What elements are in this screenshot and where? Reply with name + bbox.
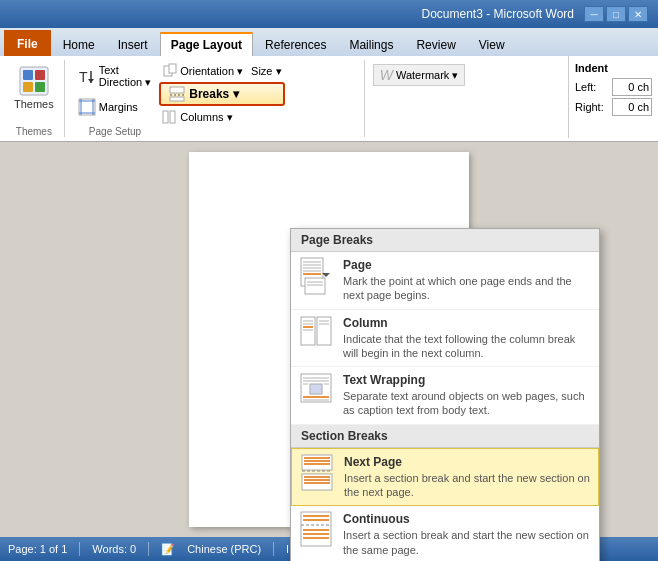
themes-label: Themes <box>14 98 54 110</box>
text-direction-icon: T <box>75 65 99 89</box>
orientation-icon <box>162 63 178 79</box>
indent-label: Indent <box>575 62 652 74</box>
indent-right-row: Right: <box>575 98 652 116</box>
document-area: Page Breaks Page Mark th <box>0 142 658 537</box>
svg-marker-7 <box>88 79 94 83</box>
indent-left-input[interactable] <box>612 78 652 96</box>
break-continuous-icon <box>299 512 335 548</box>
margins-label: Margins <box>99 101 138 113</box>
break-page-item[interactable]: Page Mark the point at which one page en… <box>291 252 599 310</box>
svg-rect-55 <box>301 512 331 546</box>
orientation-size-row: Orientation ▾ Size ▾ <box>159 62 284 80</box>
themes-button[interactable]: Themes <box>10 62 58 113</box>
size-button[interactable]: Size ▾ <box>248 62 284 80</box>
watermark-icon-text: W <box>380 67 393 83</box>
ribbon-group-watermark: W Watermark ▾ <box>365 60 474 137</box>
break-column-item[interactable]: Column Indicate that the text following … <box>291 310 599 368</box>
themes-group-content: Themes <box>10 60 58 124</box>
themes-group-label: Themes <box>16 124 52 137</box>
page-setup-group-label: Page Setup <box>71 124 155 137</box>
svg-rect-15 <box>170 87 184 93</box>
page-setup-right: Orientation ▾ Size ▾ Breaks ▾ <box>155 60 288 128</box>
columns-label: Columns ▾ <box>180 111 232 124</box>
break-column-icon <box>299 316 335 352</box>
break-next-page-item[interactable]: Next Page Insert a section break and sta… <box>291 448 599 507</box>
themes-icon <box>18 65 50 97</box>
break-continuous-text: Continuous Insert a section break and st… <box>343 512 591 557</box>
breaks-label: Breaks ▾ <box>189 87 238 101</box>
watermark-label: Watermark ▾ <box>396 69 458 82</box>
orientation-label: Orientation ▾ <box>180 65 243 78</box>
svg-rect-2 <box>35 70 45 80</box>
indent-right-input[interactable] <box>612 98 652 116</box>
indent-left-row: Left: <box>575 78 652 96</box>
status-divider-1 <box>79 542 80 556</box>
orientation-button[interactable]: Orientation ▾ <box>159 62 246 80</box>
svg-rect-41 <box>310 384 322 394</box>
status-proofing-icon: 📝 <box>161 543 175 556</box>
tab-page-layout[interactable]: Page Layout <box>160 32 253 56</box>
window-controls: ─ □ ✕ <box>584 6 648 22</box>
tab-file[interactable]: File <box>4 30 51 56</box>
tab-review[interactable]: Review <box>405 32 466 56</box>
status-words: Words: 0 <box>92 543 136 555</box>
text-direction-label: TextDirection ▾ <box>99 64 151 89</box>
status-divider-3 <box>273 542 274 556</box>
columns-button[interactable]: Columns ▾ <box>159 108 284 126</box>
break-page-text: Page Mark the point at which one page en… <box>343 258 591 303</box>
ribbon-tabs: File Home Insert Page Layout References … <box>0 28 658 56</box>
breaks-dropdown: Page Breaks Page Mark th <box>290 228 600 561</box>
margins-icon <box>75 95 99 119</box>
svg-rect-17 <box>170 97 184 101</box>
svg-rect-14 <box>169 64 176 73</box>
break-text-wrapping-text: Text Wrapping Separate text around objec… <box>343 373 591 418</box>
tab-insert[interactable]: Insert <box>107 32 159 56</box>
status-language: Chinese (PRC) <box>187 543 261 555</box>
svg-rect-19 <box>170 111 175 123</box>
break-next-page-text: Next Page Insert a section break and sta… <box>344 455 590 500</box>
status-divider-2 <box>148 542 149 556</box>
app-title: Document3 - Microsoft Word <box>422 7 575 21</box>
ribbon: Themes Themes T TextDirection ▾ <box>0 56 658 142</box>
break-page-icon <box>299 258 335 294</box>
break-column-text: Column Indicate that the text following … <box>343 316 591 361</box>
indent-right-label: Right: <box>575 101 604 113</box>
indent-panel: Indent Left: Right: <box>568 56 658 138</box>
page-setup-content: T TextDirection ▾ <box>71 60 155 124</box>
tab-view[interactable]: View <box>468 32 516 56</box>
break-text-wrapping-item[interactable]: Text Wrapping Separate text around objec… <box>291 367 599 425</box>
tab-references[interactable]: References <box>254 32 337 56</box>
size-label: Size ▾ <box>251 65 281 78</box>
break-continuous-item[interactable]: Continuous Insert a section break and st… <box>291 506 599 561</box>
minimize-btn[interactable]: ─ <box>584 6 604 22</box>
break-next-page-icon <box>300 455 336 491</box>
columns-icon <box>162 109 178 125</box>
break-text-wrapping-icon <box>299 373 335 409</box>
svg-rect-3 <box>23 82 33 92</box>
svg-rect-26 <box>305 278 325 294</box>
ribbon-group-themes: Themes Themes <box>4 60 65 137</box>
margins-button[interactable]: Margins <box>71 93 142 121</box>
text-direction-button[interactable]: T TextDirection ▾ <box>71 62 155 91</box>
section-breaks-header: Section Breaks <box>291 425 599 448</box>
title-bar: Document3 - Microsoft Word ─ □ ✕ <box>0 0 658 28</box>
watermark-button[interactable]: W Watermark ▾ <box>373 64 466 86</box>
svg-text:T: T <box>79 69 88 85</box>
page-breaks-header: Page Breaks <box>291 229 599 252</box>
tab-home[interactable]: Home <box>52 32 106 56</box>
svg-rect-4 <box>35 82 45 92</box>
svg-rect-1 <box>23 70 33 80</box>
indent-left-label: Left: <box>575 81 596 93</box>
breaks-icon <box>169 86 185 102</box>
close-btn[interactable]: ✕ <box>628 6 648 22</box>
status-page: Page: 1 of 1 <box>8 543 67 555</box>
maximize-btn[interactable]: □ <box>606 6 626 22</box>
ribbon-group-page-setup: T TextDirection ▾ <box>65 60 365 137</box>
svg-rect-18 <box>163 111 168 123</box>
breaks-button[interactable]: Breaks ▾ <box>159 82 284 106</box>
tab-mailings[interactable]: Mailings <box>338 32 404 56</box>
